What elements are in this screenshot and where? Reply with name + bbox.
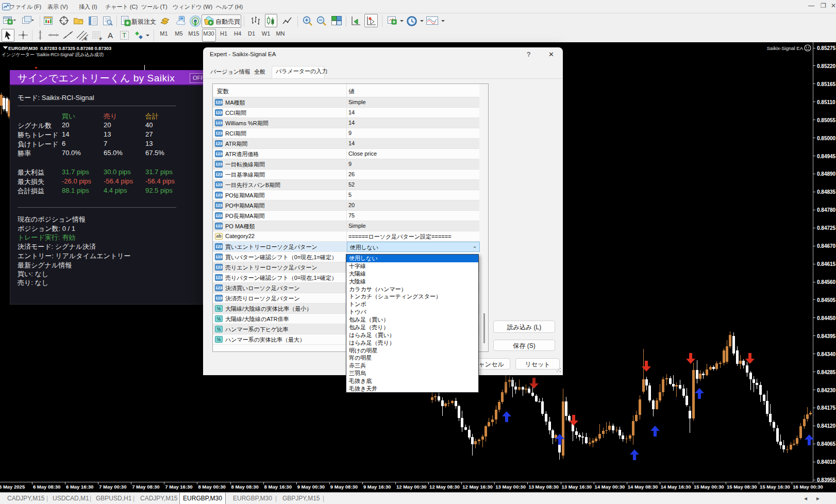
svg-text:12 May 08:30: 12 May 08:30 (429, 484, 460, 490)
svg-text:8 May 16:30: 8 May 16:30 (264, 484, 292, 490)
svg-text:15 May 00:30: 15 May 00:30 (694, 484, 724, 490)
svg-text:9 May 16:30: 9 May 16:30 (363, 484, 391, 490)
svg-text:0.84230: 0.84230 (817, 388, 836, 393)
svg-text:0.85110: 0.85110 (817, 99, 835, 105)
svg-text:0.84010: 0.84010 (817, 459, 836, 465)
svg-text:6 May 16:30: 6 May 16:30 (66, 484, 93, 490)
svg-text:8 May 08:30: 8 May 08:30 (231, 484, 259, 490)
svg-text:0.85275: 0.85275 (817, 45, 836, 51)
svg-text:9 May 00:30: 9 May 00:30 (297, 484, 325, 490)
svg-text:12 May 00:30: 12 May 00:30 (396, 484, 427, 490)
svg-text:15 May 16:30: 15 May 16:30 (760, 484, 790, 490)
svg-text:14 May 00:30: 14 May 00:30 (595, 484, 625, 490)
svg-text:0.84725: 0.84725 (817, 225, 836, 231)
svg-text:9 May 08:30: 9 May 08:30 (330, 484, 358, 490)
svg-text:EURGBP,M30 0.87283 0.87325 0.: EURGBP,M30 0.87283 0.87325 0.87268 0.873… (8, 46, 111, 51)
svg-text:6 May 2025: 6 May 2025 (0, 484, 25, 490)
svg-text:16 May 00:30: 16 May 00:30 (793, 484, 823, 490)
svg-text:0.84945: 0.84945 (817, 154, 836, 159)
svg-text:7 May 16:30: 7 May 16:30 (165, 484, 192, 490)
svg-text:13 May 00:30: 13 May 00:30 (495, 484, 526, 490)
svg-text:6 May 08:30: 6 May 08:30 (33, 484, 60, 490)
svg-text:0.84175: 0.84175 (817, 405, 836, 411)
svg-text:インジケーター ‘Saikix-RCI-Signal’ 読み: インジケーター ‘Saikix-RCI-Signal’ 読み込み成功 (2, 52, 104, 57)
svg-text:T: T (123, 32, 127, 39)
svg-text:F: F (99, 37, 102, 41)
svg-text:0.85055: 0.85055 (817, 117, 836, 123)
svg-text:0.84340: 0.84340 (817, 351, 836, 357)
svg-text:0.84285: 0.84285 (817, 369, 836, 375)
svg-text:0.84780: 0.84780 (817, 207, 836, 213)
svg-text:Saikix-Signal EA: Saikix-Signal EA (767, 45, 804, 51)
svg-text:0.85165: 0.85165 (817, 81, 836, 87)
svg-text:12 May 16:30: 12 May 16:30 (462, 484, 493, 490)
svg-text:7 May 08:30: 7 May 08:30 (132, 484, 159, 490)
svg-text:0.85220: 0.85220 (817, 63, 836, 69)
svg-text:7 May 00:30: 7 May 00:30 (99, 484, 126, 490)
svg-text:0.85000: 0.85000 (817, 136, 836, 141)
svg-text:13 May 08:30: 13 May 08:30 (528, 484, 559, 490)
svg-text:0.84615: 0.84615 (817, 261, 836, 267)
svg-text:0.84450: 0.84450 (817, 315, 836, 321)
svg-text:8 May 00:30: 8 May 00:30 (198, 484, 225, 490)
svg-text:0.84890: 0.84890 (817, 171, 836, 177)
svg-text:0.84670: 0.84670 (817, 243, 836, 249)
svg-text:E: E (85, 37, 88, 41)
svg-text:0.84395: 0.84395 (817, 333, 836, 339)
svg-text:0.84835: 0.84835 (817, 189, 836, 195)
svg-text:14 May 08:30: 14 May 08:30 (628, 484, 658, 490)
svg-text:A: A (108, 31, 113, 40)
svg-text:15 May 08:30: 15 May 08:30 (727, 484, 757, 490)
svg-text:0.83955: 0.83955 (817, 477, 836, 483)
svg-text:0.84505: 0.84505 (817, 297, 836, 303)
svg-text:14 May 16:30: 14 May 16:30 (661, 484, 691, 490)
svg-text:0.84560: 0.84560 (817, 279, 836, 285)
svg-text:0.84065: 0.84065 (817, 441, 836, 447)
svg-text:13 May 16:30: 13 May 16:30 (562, 484, 592, 490)
svg-text:0.84120: 0.84120 (817, 423, 836, 429)
